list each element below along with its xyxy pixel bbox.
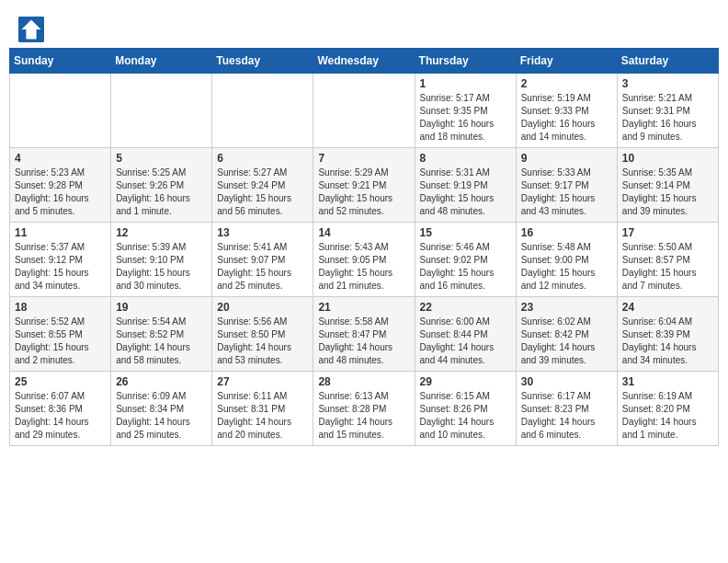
day-info: Sunrise: 6:13 AM Sunset: 8:28 PM Dayligh… <box>318 390 409 442</box>
day-number: 4 <box>15 152 106 165</box>
calendar-cell: 5Sunrise: 5:25 AM Sunset: 9:26 PM Daylig… <box>111 148 212 223</box>
day-info: Sunrise: 6:09 AM Sunset: 8:34 PM Dayligh… <box>116 390 207 442</box>
day-number: 21 <box>318 301 409 314</box>
calendar-cell <box>111 74 212 148</box>
calendar-cell: 29Sunrise: 6:15 AM Sunset: 8:26 PM Dayli… <box>415 372 516 446</box>
calendar-cell: 2Sunrise: 5:19 AM Sunset: 9:33 PM Daylig… <box>516 74 617 148</box>
day-number: 22 <box>420 301 511 314</box>
day-info: Sunrise: 5:35 AM Sunset: 9:14 PM Dayligh… <box>622 167 713 218</box>
day-info: Sunrise: 6:19 AM Sunset: 8:20 PM Dayligh… <box>622 390 713 442</box>
day-number: 9 <box>521 152 612 165</box>
calendar-cell: 25Sunrise: 6:07 AM Sunset: 8:36 PM Dayli… <box>10 372 111 446</box>
calendar-cell: 24Sunrise: 6:04 AM Sunset: 8:39 PM Dayli… <box>617 297 718 372</box>
weekday-wednesday: Wednesday <box>313 49 415 74</box>
day-number: 7 <box>318 152 409 165</box>
day-number: 3 <box>622 77 713 90</box>
day-number: 6 <box>217 152 308 165</box>
day-info: Sunrise: 5:54 AM Sunset: 8:52 PM Dayligh… <box>116 316 207 367</box>
day-number: 19 <box>116 301 207 314</box>
day-info: Sunrise: 5:33 AM Sunset: 9:17 PM Dayligh… <box>521 167 612 218</box>
calendar-cell: 7Sunrise: 5:29 AM Sunset: 9:21 PM Daylig… <box>313 148 415 223</box>
day-info: Sunrise: 6:07 AM Sunset: 8:36 PM Dayligh… <box>15 390 106 442</box>
calendar-cell: 19Sunrise: 5:54 AM Sunset: 8:52 PM Dayli… <box>111 297 212 372</box>
day-number: 12 <box>116 226 207 239</box>
calendar-cell: 4Sunrise: 5:23 AM Sunset: 9:28 PM Daylig… <box>10 148 111 223</box>
logo-icon <box>18 17 44 42</box>
day-number: 18 <box>15 301 106 314</box>
calendar-cell: 26Sunrise: 6:09 AM Sunset: 8:34 PM Dayli… <box>111 372 212 446</box>
day-number: 14 <box>318 226 409 239</box>
calendar-cell: 11Sunrise: 5:37 AM Sunset: 9:12 PM Dayli… <box>10 223 111 297</box>
day-number: 2 <box>521 77 612 90</box>
day-number: 5 <box>116 152 207 165</box>
day-number: 10 <box>622 152 713 165</box>
calendar-cell <box>10 74 111 148</box>
calendar-week-4: 18Sunrise: 5:52 AM Sunset: 8:55 PM Dayli… <box>10 297 719 372</box>
weekday-header-row: SundayMondayTuesdayWednesdayThursdayFrid… <box>10 49 719 74</box>
day-info: Sunrise: 5:27 AM Sunset: 9:24 PM Dayligh… <box>217 167 308 218</box>
day-info: Sunrise: 5:31 AM Sunset: 9:19 PM Dayligh… <box>420 167 511 218</box>
calendar-cell: 3Sunrise: 5:21 AM Sunset: 9:31 PM Daylig… <box>617 74 718 148</box>
day-number: 8 <box>420 152 511 165</box>
day-info: Sunrise: 5:46 AM Sunset: 9:02 PM Dayligh… <box>420 241 511 293</box>
day-info: Sunrise: 5:29 AM Sunset: 9:21 PM Dayligh… <box>318 167 409 218</box>
day-info: Sunrise: 5:50 AM Sunset: 8:57 PM Dayligh… <box>622 241 713 293</box>
page-header <box>9 9 719 48</box>
day-number: 1 <box>420 77 511 90</box>
logo <box>18 17 46 42</box>
day-number: 30 <box>521 375 612 388</box>
calendar-cell: 27Sunrise: 6:11 AM Sunset: 8:31 PM Dayli… <box>212 372 313 446</box>
calendar-cell: 15Sunrise: 5:46 AM Sunset: 9:02 PM Dayli… <box>415 223 516 297</box>
day-info: Sunrise: 5:21 AM Sunset: 9:31 PM Dayligh… <box>622 92 713 144</box>
calendar-table: SundayMondayTuesdayWednesdayThursdayFrid… <box>9 48 719 446</box>
day-number: 20 <box>217 301 308 314</box>
calendar-cell: 8Sunrise: 5:31 AM Sunset: 9:19 PM Daylig… <box>415 148 516 223</box>
calendar-cell: 30Sunrise: 6:17 AM Sunset: 8:23 PM Dayli… <box>516 372 617 446</box>
calendar-cell: 13Sunrise: 5:41 AM Sunset: 9:07 PM Dayli… <box>212 223 313 297</box>
weekday-monday: Monday <box>111 49 212 74</box>
calendar-cell: 20Sunrise: 5:56 AM Sunset: 8:50 PM Dayli… <box>212 297 313 372</box>
day-info: Sunrise: 5:17 AM Sunset: 9:35 PM Dayligh… <box>420 92 511 144</box>
day-info: Sunrise: 6:15 AM Sunset: 8:26 PM Dayligh… <box>420 390 511 442</box>
day-number: 16 <box>521 226 612 239</box>
day-number: 28 <box>318 375 409 388</box>
day-info: Sunrise: 5:23 AM Sunset: 9:28 PM Dayligh… <box>15 167 106 218</box>
day-info: Sunrise: 6:17 AM Sunset: 8:23 PM Dayligh… <box>521 390 612 442</box>
day-info: Sunrise: 6:04 AM Sunset: 8:39 PM Dayligh… <box>622 316 713 367</box>
day-number: 27 <box>217 375 308 388</box>
calendar-cell: 22Sunrise: 6:00 AM Sunset: 8:44 PM Dayli… <box>415 297 516 372</box>
calendar-cell: 17Sunrise: 5:50 AM Sunset: 8:57 PM Dayli… <box>617 223 718 297</box>
day-number: 25 <box>15 375 106 388</box>
day-info: Sunrise: 5:52 AM Sunset: 8:55 PM Dayligh… <box>15 316 106 367</box>
day-number: 31 <box>622 375 713 388</box>
calendar-cell: 10Sunrise: 5:35 AM Sunset: 9:14 PM Dayli… <box>617 148 718 223</box>
day-number: 26 <box>116 375 207 388</box>
weekday-saturday: Saturday <box>617 49 718 74</box>
weekday-thursday: Thursday <box>415 49 516 74</box>
calendar-week-1: 1Sunrise: 5:17 AM Sunset: 9:35 PM Daylig… <box>10 74 719 148</box>
day-number: 11 <box>15 226 106 239</box>
calendar-cell: 6Sunrise: 5:27 AM Sunset: 9:24 PM Daylig… <box>212 148 313 223</box>
day-info: Sunrise: 6:11 AM Sunset: 8:31 PM Dayligh… <box>217 390 308 442</box>
day-number: 17 <box>622 226 713 239</box>
calendar-cell: 12Sunrise: 5:39 AM Sunset: 9:10 PM Dayli… <box>111 223 212 297</box>
day-number: 29 <box>420 375 511 388</box>
day-number: 23 <box>521 301 612 314</box>
day-info: Sunrise: 5:19 AM Sunset: 9:33 PM Dayligh… <box>521 92 612 144</box>
calendar-week-3: 11Sunrise: 5:37 AM Sunset: 9:12 PM Dayli… <box>10 223 719 297</box>
calendar-cell: 18Sunrise: 5:52 AM Sunset: 8:55 PM Dayli… <box>10 297 111 372</box>
day-info: Sunrise: 5:37 AM Sunset: 9:12 PM Dayligh… <box>15 241 106 293</box>
calendar-week-5: 25Sunrise: 6:07 AM Sunset: 8:36 PM Dayli… <box>10 372 719 446</box>
day-number: 13 <box>217 226 308 239</box>
day-info: Sunrise: 5:43 AM Sunset: 9:05 PM Dayligh… <box>318 241 409 293</box>
weekday-friday: Friday <box>516 49 617 74</box>
calendar-cell: 28Sunrise: 6:13 AM Sunset: 8:28 PM Dayli… <box>313 372 415 446</box>
calendar-cell <box>212 74 313 148</box>
day-number: 15 <box>420 226 511 239</box>
day-info: Sunrise: 6:00 AM Sunset: 8:44 PM Dayligh… <box>420 316 511 367</box>
calendar-cell <box>313 74 415 148</box>
calendar-cell: 1Sunrise: 5:17 AM Sunset: 9:35 PM Daylig… <box>415 74 516 148</box>
day-info: Sunrise: 5:25 AM Sunset: 9:26 PM Dayligh… <box>116 167 207 218</box>
day-info: Sunrise: 5:41 AM Sunset: 9:07 PM Dayligh… <box>217 241 308 293</box>
calendar-cell: 31Sunrise: 6:19 AM Sunset: 8:20 PM Dayli… <box>617 372 718 446</box>
